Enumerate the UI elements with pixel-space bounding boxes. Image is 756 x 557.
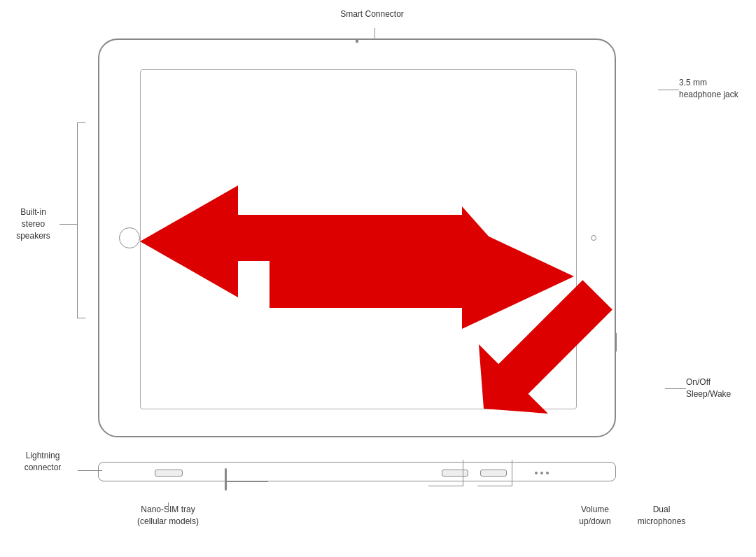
volume-text-line2: up/down <box>579 516 610 526</box>
home-button <box>119 227 140 248</box>
dual-microphones-label: Dual microphones <box>634 504 690 528</box>
volume-button-right <box>480 470 507 477</box>
smart-connector-notch <box>356 38 358 43</box>
sleep-wake-line <box>665 388 686 389</box>
volume-text-line1: Volume <box>581 505 609 514</box>
lightning-line <box>78 470 102 471</box>
speakers-line <box>59 224 77 225</box>
volume-bracket-right <box>512 460 512 486</box>
nano-sim-tray <box>225 468 227 491</box>
mic-dot-1 <box>535 472 538 474</box>
smart-connector-label: Smart Connector <box>321 8 423 20</box>
diagram-container: Smart Connector 3.5 mm headphone jack Bu… <box>0 0 756 557</box>
lightning-connector-label: Lightning connector <box>8 450 78 474</box>
volume-bracket-bottom-right <box>477 486 512 486</box>
speakers-text-line2: stereo <box>22 219 45 229</box>
speakers-bracket <box>77 122 85 318</box>
lightning-text-line2: connector <box>24 463 62 472</box>
mic-dot-3 <box>546 472 549 474</box>
smart-connector-text: Smart Connector <box>340 9 404 19</box>
nano-sim-line <box>168 502 169 512</box>
tablet-body <box>98 38 616 437</box>
speakers-text-line1: Built-in <box>20 207 46 217</box>
lightning-text-line1: Lightning <box>26 451 60 460</box>
mic-dot-2 <box>540 472 543 474</box>
speakers-text-line3: speakers <box>16 231 50 241</box>
tablet-screen <box>140 69 577 409</box>
camera-dot <box>591 235 596 241</box>
sleep-wake-label: On/Off Sleep/Wake <box>686 376 749 400</box>
nano-sim-bracket-line <box>226 481 268 482</box>
headphone-jack-text-line1: 3.5 mm <box>679 78 707 87</box>
volume-bracket-left <box>463 460 463 486</box>
sleep-wake-text-line1: On/Off <box>686 377 710 387</box>
tablet-front-view <box>98 38 616 437</box>
volume-label: Volume up/down <box>567 504 623 528</box>
volume-button-left <box>442 470 468 477</box>
bottom-body <box>98 462 616 481</box>
dual-mic-text-line1: Dual <box>653 505 671 514</box>
dual-mic-text-line2: microphones <box>638 516 686 526</box>
side-button <box>615 332 617 352</box>
volume-bracket-bottom-left <box>428 486 463 486</box>
sleep-wake-text-line2: Sleep/Wake <box>686 389 731 399</box>
microphone-dots <box>535 472 549 474</box>
headphone-jack-label: 3.5 mm headphone jack <box>679 77 749 101</box>
headphone-jack-line <box>658 90 679 90</box>
lightning-port <box>155 470 183 477</box>
nano-sim-text-line2: (cellular models) <box>137 516 199 526</box>
speakers-label: Built-in stereo speakers <box>7 206 59 241</box>
tablet-bottom-view <box>98 455 616 490</box>
headphone-jack-text-line2: headphone jack <box>679 90 738 99</box>
